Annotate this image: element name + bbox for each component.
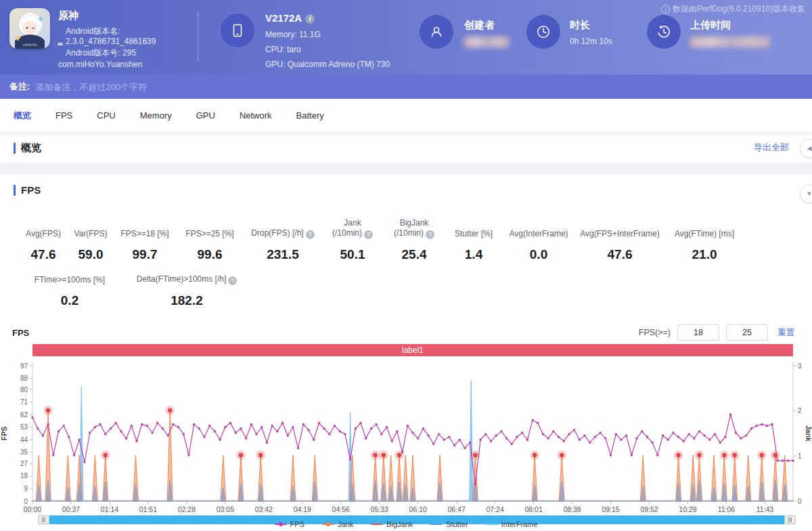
device-info-icon[interactable]: i	[305, 14, 315, 24]
fps-stats-row-2: FTime>=100ms [%]0.2Delta(FTime)>100ms [/…	[19, 274, 253, 308]
overview-section-header: 概览 导出全部 ◀	[0, 133, 812, 163]
svg-text:FPS: FPS	[0, 427, 8, 440]
device-model: V2172Ai	[265, 12, 315, 24]
svg-text:09:52: 09:52	[640, 505, 658, 513]
svg-text:0: 0	[798, 498, 802, 505]
legend-item-InterFrame[interactable]: InterFrame	[486, 520, 538, 528]
stat-label: Var(FPS)	[74, 229, 107, 239]
device-icon	[221, 14, 254, 47]
svg-text:05:33: 05:33	[371, 505, 388, 513]
stat-label: FPS>=25 [%]	[185, 229, 233, 239]
svg-text:Jank: Jank	[805, 425, 812, 442]
collect-note: i 数据由PerfDog(6.0.210910)版本收集	[661, 3, 805, 15]
legend-item-FPS[interactable]: FPS	[275, 520, 304, 528]
svg-text:07:24: 07:24	[486, 505, 503, 513]
duration-value: 0h 12m 10s	[570, 37, 612, 46]
upload-time-redacted	[690, 37, 770, 47]
tab-FPS[interactable]: FPS	[55, 110, 72, 121]
device-memory: Memory: 11.1G	[265, 30, 321, 39]
svg-text:miHoYo: miHoYo	[23, 43, 37, 47]
fps-chart: 0918273544536271808897012300:0000:3701:1…	[0, 358, 812, 515]
svg-text:04:56: 04:56	[332, 505, 350, 513]
svg-text:11:43: 11:43	[757, 505, 774, 513]
duration-icon	[526, 15, 560, 49]
collapse-left-button[interactable]: ◀	[800, 139, 812, 158]
svg-text:80: 80	[20, 386, 28, 394]
device-gpu: GPU: Qualcomm Adreno (TM) 730	[265, 60, 390, 69]
note-input[interactable]	[35, 82, 812, 92]
svg-text:11:06: 11:06	[718, 505, 736, 513]
stat-item: Avg(FPS)47.6	[19, 229, 68, 262]
stat-value: 0.0	[530, 247, 547, 262]
stat-label: FTime>=100ms [%]	[35, 275, 105, 285]
help-icon[interactable]: ?	[306, 230, 315, 239]
svg-text:03:05: 03:05	[217, 505, 234, 513]
help-icon[interactable]: ?	[426, 230, 434, 239]
stat-label: Stutter [%]	[455, 229, 493, 239]
tab-Memory[interactable]: Memory	[140, 110, 172, 121]
fps-stats-row-1: Avg(FPS)47.6Var(FPS)59.0FPS>=18 [%]99.7F…	[19, 218, 744, 262]
tab-Network[interactable]: Network	[240, 110, 272, 121]
chart-legend: FPSJankBigJankStutterInterFrame	[0, 520, 812, 528]
report-header: miHoYo 原神 Android版本名: 2.3.0_4786731_4861…	[0, 0, 812, 75]
stat-label: Drop(FPS) [/h]?	[251, 228, 314, 239]
reset-link[interactable]: 重置	[777, 327, 794, 339]
legend-item-Stutter[interactable]: Stutter	[430, 520, 468, 528]
stat-value: 0.2	[61, 293, 78, 308]
fps-threshold-input-2[interactable]	[726, 324, 768, 341]
help-icon[interactable]: ?	[228, 276, 237, 285]
svg-text:04:19: 04:19	[294, 505, 311, 513]
creator-icon	[420, 15, 453, 49]
legend-item-BigJank[interactable]: BigJank	[371, 520, 413, 528]
svg-text:06:47: 06:47	[448, 505, 466, 513]
fps-section-title: FPS	[21, 184, 41, 196]
svg-text:44: 44	[20, 436, 28, 444]
stat-value: 182.2	[171, 293, 203, 308]
svg-text:62: 62	[20, 411, 28, 419]
upload-time-label: 上传时间	[690, 19, 731, 32]
upload-time-icon	[647, 15, 681, 49]
stat-label: Avg(FTime) [ms]	[675, 229, 734, 239]
fps-filter: FPS(>=) 重置	[639, 324, 794, 341]
stat-item: BigJank(/10min)?25.4	[383, 218, 445, 262]
export-all-link[interactable]: 导出全部	[754, 142, 789, 154]
collapse-down-button[interactable]: ▼	[800, 184, 812, 203]
svg-text:10:29: 10:29	[679, 505, 696, 513]
tab-GPU[interactable]: GPU	[196, 110, 215, 121]
stat-item: Drop(FPS) [/h]?231.5	[244, 228, 322, 262]
device-cpu: CPU: taro	[265, 45, 301, 54]
fps-threshold-input-1[interactable]	[677, 324, 719, 341]
chart-label-band: label1	[32, 344, 793, 356]
note-bar[interactable]: 备注:	[0, 75, 812, 99]
stat-item: Var(FPS)59.0	[68, 229, 114, 262]
svg-text:0: 0	[24, 498, 28, 505]
duration-label: 时长	[570, 19, 590, 32]
svg-text:3: 3	[798, 362, 802, 370]
svg-text:27: 27	[20, 460, 28, 467]
svg-text:02:28: 02:28	[178, 505, 196, 513]
accent-bar	[14, 185, 16, 196]
note-label: 备注:	[9, 81, 30, 93]
stat-value: 47.6	[608, 247, 633, 262]
stat-value: 231.5	[267, 247, 299, 262]
android-robot-icon	[57, 39, 64, 51]
stat-label: FPS>=18 [%]	[120, 229, 168, 239]
legend-item-Jank[interactable]: Jank	[322, 520, 353, 528]
tab-Battery[interactable]: Battery	[296, 110, 324, 121]
svg-text:9: 9	[24, 485, 28, 492]
help-icon[interactable]: ?	[364, 230, 373, 239]
app-icon: miHoYo	[9, 8, 50, 49]
stat-label: Avg(InterFrame)	[509, 229, 568, 239]
stat-item: Jank(/10min)?50.1	[322, 218, 383, 262]
stat-item: Avg(InterFrame)0.0	[502, 229, 575, 262]
stat-value: 99.6	[198, 247, 223, 262]
stat-item: Stutter [%]1.4	[445, 229, 502, 262]
section-divider	[0, 163, 812, 175]
tab-概览[interactable]: 概览	[14, 110, 31, 122]
accent-bar	[14, 143, 16, 154]
header-divider	[198, 12, 198, 61]
stat-value: 47.6	[31, 247, 56, 262]
stat-label: Delta(FTime)>100ms [/h]?	[137, 274, 238, 285]
tab-CPU[interactable]: CPU	[97, 110, 115, 121]
svg-text:03:42: 03:42	[255, 505, 273, 513]
